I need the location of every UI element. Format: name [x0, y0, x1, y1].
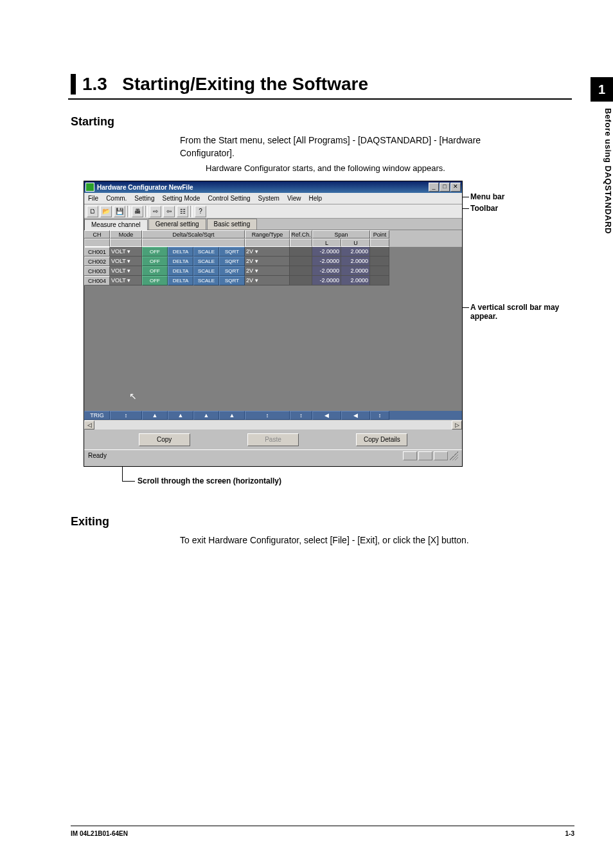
close-button[interactable]: ✕: [450, 183, 461, 192]
paste-button[interactable]: Paste: [247, 433, 299, 446]
range-cell[interactable]: 2V ▾: [245, 257, 290, 266]
span-l-cell[interactable]: -2.0000: [312, 257, 341, 266]
scroll-track[interactable]: [94, 420, 452, 429]
tab-measure-channel[interactable]: Measure channel: [84, 219, 148, 230]
send-icon[interactable]: ⇨: [150, 206, 161, 217]
footer-cell[interactable]: ↕: [370, 411, 389, 420]
ch-cell: CH004: [84, 276, 110, 285]
menu-bar[interactable]: File Comm. Setting Setting Mode Control …: [84, 193, 462, 204]
footer-trig: TRIG: [84, 411, 110, 420]
resize-grip-icon[interactable]: [449, 451, 458, 460]
span-u-cell[interactable]: 2.0000: [341, 247, 370, 257]
print-icon[interactable]: 🖶: [132, 206, 143, 217]
span-l-cell[interactable]: -2.0000: [312, 276, 341, 285]
footer-cell[interactable]: ↕: [290, 411, 312, 420]
window-title: Hardware Configurator NewFile: [97, 184, 429, 191]
range-cell[interactable]: 2V ▾: [245, 247, 290, 257]
scale-button[interactable]: SCALE: [193, 247, 219, 257]
menu-setting[interactable]: Setting: [134, 195, 154, 202]
off-button[interactable]: OFF: [142, 257, 168, 266]
menu-setting-mode[interactable]: Setting Mode: [163, 195, 200, 202]
minimize-button[interactable]: _: [429, 183, 439, 192]
sqrt-button[interactable]: SQRT: [219, 247, 245, 257]
menu-system[interactable]: System: [258, 195, 280, 202]
save-icon[interactable]: 💾: [114, 206, 125, 217]
monitor-icon[interactable]: ☷: [177, 206, 188, 217]
ref-cell[interactable]: [290, 247, 312, 257]
scroll-right-icon[interactable]: ▷: [452, 420, 462, 429]
mode-cell[interactable]: VOLT ▾: [110, 266, 142, 276]
scroll-left-icon[interactable]: ◁: [84, 420, 94, 429]
help-icon[interactable]: ?: [195, 206, 206, 217]
col-dss: Delta/Scale/Sqrt: [142, 230, 245, 239]
span-u-cell[interactable]: 2.0000: [341, 257, 370, 266]
delta-button[interactable]: DELTA: [168, 247, 193, 257]
table-row[interactable]: CH002VOLT ▾OFFDELTASCALESQRT2V ▾-2.00002…: [84, 257, 462, 266]
table-row[interactable]: CH004VOLT ▾OFFDELTASCALESQRT2V ▾-2.00002…: [84, 276, 462, 285]
footer-cell[interactable]: ▲: [219, 411, 245, 420]
ref-cell[interactable]: [290, 276, 312, 285]
scale-button[interactable]: SCALE: [193, 257, 219, 266]
delta-button[interactable]: DELTA: [168, 266, 193, 276]
new-file-icon[interactable]: 🗋: [87, 206, 98, 217]
span-u-cell[interactable]: 2.0000: [341, 276, 370, 285]
span-l-cell[interactable]: -2.0000: [312, 247, 341, 257]
point-cell[interactable]: [370, 266, 389, 276]
cursor-icon: ↖: [129, 391, 137, 402]
footer-cell[interactable]: ◀: [341, 411, 370, 420]
menu-control-setting[interactable]: Control Setting: [208, 195, 250, 202]
table-row[interactable]: CH003VOLT ▾OFFDELTASCALESQRT2V ▾-2.00002…: [84, 266, 462, 276]
tab-general-setting[interactable]: General setting: [148, 219, 206, 230]
status-text: Ready: [88, 452, 402, 459]
menu-comm[interactable]: Comm.: [106, 195, 127, 202]
ref-cell[interactable]: [290, 266, 312, 276]
menu-help[interactable]: Help: [308, 195, 322, 202]
scale-button[interactable]: SCALE: [193, 276, 219, 285]
maximize-button[interactable]: □: [440, 183, 450, 192]
ref-cell[interactable]: [290, 257, 312, 266]
open-file-icon[interactable]: 📂: [100, 206, 112, 217]
footer-cell[interactable]: ↕: [110, 411, 142, 420]
span-u-cell[interactable]: 2.0000: [341, 266, 370, 276]
sqrt-button[interactable]: SQRT: [219, 276, 245, 285]
point-cell[interactable]: [370, 276, 389, 285]
table-row[interactable]: CH001VOLT ▾OFFDELTASCALESQRT2V ▾-2.00002…: [84, 247, 462, 257]
copy-details-button[interactable]: Copy Details: [356, 433, 407, 446]
figure: Menu bar Toolbar A vertical scroll bar m…: [84, 181, 572, 483]
off-button[interactable]: OFF: [142, 276, 168, 285]
title-rule: [68, 98, 572, 100]
span-l-cell[interactable]: -2.0000: [312, 266, 341, 276]
footer-cell[interactable]: ↕: [245, 411, 290, 420]
range-cell[interactable]: 2V ▾: [245, 276, 290, 285]
tab-basic-setting[interactable]: Basic setting: [207, 219, 258, 230]
exiting-heading: Exiting: [71, 515, 572, 529]
footer-cell[interactable]: ▲: [142, 411, 168, 420]
sqrt-button[interactable]: SQRT: [219, 266, 245, 276]
sqrt-button[interactable]: SQRT: [219, 257, 245, 266]
data-grid[interactable]: CH Mode Delta/Scale/Sqrt Range/Type Ref.…: [84, 230, 462, 420]
copy-button[interactable]: Copy: [139, 433, 190, 446]
title-bar[interactable]: Hardware Configurator NewFile _ □ ✕: [84, 181, 462, 193]
col-ref-ch: Ref.Ch.: [290, 230, 312, 239]
section-title: 1.3 Starting/Exiting the Software: [71, 74, 572, 95]
mode-cell[interactable]: VOLT ▾: [110, 276, 142, 285]
footer-cell[interactable]: ▲: [168, 411, 193, 420]
scale-button[interactable]: SCALE: [193, 266, 219, 276]
off-button[interactable]: OFF: [142, 266, 168, 276]
point-cell[interactable]: [370, 247, 389, 257]
receive-icon[interactable]: ⇦: [163, 206, 175, 217]
menu-view[interactable]: View: [287, 195, 301, 202]
horizontal-scrollbar[interactable]: ◁ ▷: [84, 420, 462, 430]
range-cell[interactable]: 2V ▾: [245, 266, 290, 276]
delta-button[interactable]: DELTA: [168, 257, 193, 266]
col-span: Span: [312, 230, 370, 239]
grid-footer-row[interactable]: TRIG ↕ ▲ ▲ ▲ ▲ ↕ ↕ ◀ ◀ ↕: [84, 411, 462, 420]
delta-button[interactable]: DELTA: [168, 276, 193, 285]
mode-cell[interactable]: VOLT ▾: [110, 257, 142, 266]
off-button[interactable]: OFF: [142, 247, 168, 257]
footer-cell[interactable]: ▲: [193, 411, 219, 420]
footer-cell[interactable]: ◀: [312, 411, 341, 420]
mode-cell[interactable]: VOLT ▾: [110, 247, 142, 257]
menu-file[interactable]: File: [88, 195, 98, 202]
point-cell[interactable]: [370, 257, 389, 266]
